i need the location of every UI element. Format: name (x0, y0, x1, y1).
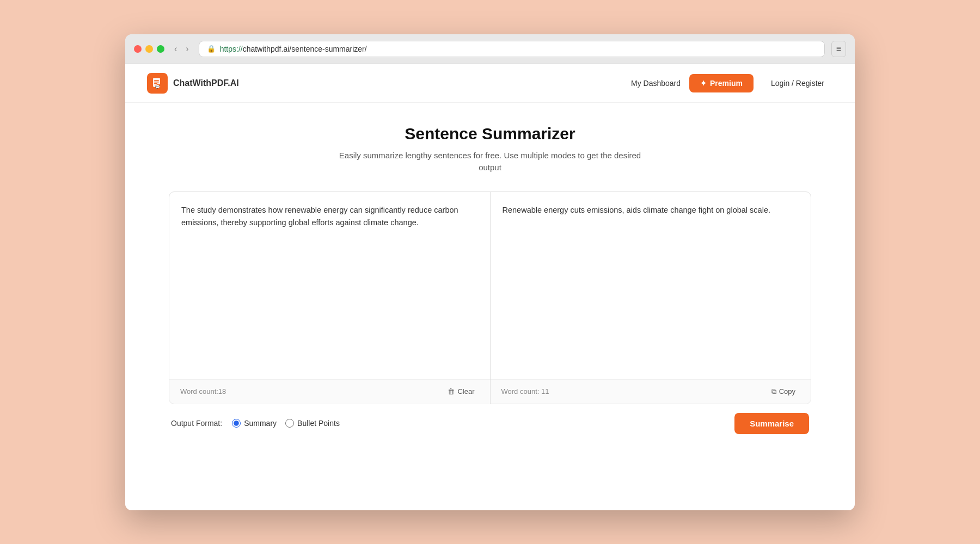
premium-button[interactable]: ✦ Premium (689, 74, 754, 92)
login-button[interactable]: Login / Register (762, 74, 833, 92)
summarise-button[interactable]: Summarise (734, 413, 809, 434)
logo-area: 💬 ChatWithPDF.AI (147, 73, 239, 94)
format-options: Summary Bullet Points (232, 419, 340, 428)
page-content: 💬 ChatWithPDF.AI My Dashboard ✦ Premium … (125, 64, 855, 510)
minimize-button[interactable] (145, 45, 153, 53)
output-panel: Renewable energy cuts emissions, aids cl… (491, 192, 811, 379)
lock-icon: 🔒 (207, 45, 216, 53)
page-title: Sentence Summarizer (169, 125, 811, 143)
summary-option[interactable]: Summary (232, 419, 277, 428)
output-text: Renewable energy cuts emissions, aids cl… (491, 192, 811, 377)
copy-icon: ⧉ (771, 387, 776, 396)
clear-icon: 🗑 (448, 387, 455, 395)
input-textarea[interactable]: The study demonstrates how renewable ene… (169, 192, 490, 377)
svg-rect-2 (154, 82, 159, 83)
panel-divider-footer: Word count:18 🗑 Clear Word count: 11 ⧉ (169, 379, 811, 404)
bottom-bar: Output Format: Summary Bullet Points Sum… (169, 404, 811, 436)
copy-button[interactable]: ⧉ Copy (767, 385, 800, 398)
output-footer: Word count: 11 ⧉ Copy (491, 379, 811, 404)
output-panel-footer: Word count: 11 ⧉ Copy (491, 379, 811, 404)
browser-window: ‹ › 🔒 https://chatwithpdf.ai/sentence-su… (125, 34, 855, 510)
nav-buttons: ‹ › (171, 43, 192, 55)
input-footer: Word count:18 🗑 Clear (169, 379, 490, 403)
back-button[interactable]: ‹ (171, 43, 180, 55)
url-display: https://chatwithpdf.ai/sentence-summariz… (220, 45, 367, 53)
premium-star-icon: ✦ (700, 79, 707, 88)
close-button[interactable] (134, 45, 142, 53)
clear-button[interactable]: 🗑 Clear (443, 385, 479, 398)
address-bar[interactable]: 🔒 https://chatwithpdf.ai/sentence-summar… (199, 41, 825, 57)
forward-button[interactable]: › (182, 43, 192, 55)
bullet-radio[interactable] (285, 419, 294, 428)
summary-label: Summary (244, 419, 277, 428)
browser-menu-button[interactable]: ≡ (831, 41, 846, 57)
traffic-lights (134, 45, 164, 53)
bullet-label: Bullet Points (297, 419, 340, 428)
maximize-button[interactable] (157, 45, 164, 53)
browser-chrome: ‹ › 🔒 https://chatwithpdf.ai/sentence-su… (125, 34, 855, 64)
logo-icon: 💬 (147, 73, 168, 94)
input-panel-footer: Word count:18 🗑 Clear (169, 379, 491, 404)
dashboard-link[interactable]: My Dashboard (631, 79, 681, 88)
nav-right: My Dashboard ✦ Premium Login / Register (631, 74, 833, 92)
input-panel: The study demonstrates how renewable ene… (169, 192, 491, 379)
summary-radio[interactable] (232, 419, 241, 428)
main-content: Sentence Summarizer Easily summarize len… (125, 103, 855, 458)
editor-container: The study demonstrates how renewable ene… (169, 191, 811, 404)
svg-rect-1 (154, 80, 159, 81)
svg-rect-3 (154, 83, 157, 84)
page-subtitle: Easily summarize lengthy sentences for f… (169, 150, 811, 174)
editor-panels: The study demonstrates how renewable ene… (169, 192, 811, 379)
site-header: 💬 ChatWithPDF.AI My Dashboard ✦ Premium … (125, 64, 855, 103)
output-format-label: Output Format: (171, 419, 222, 428)
output-word-count: Word count: 11 (501, 387, 549, 395)
output-format-section: Output Format: Summary Bullet Points (171, 419, 340, 428)
logo-text: ChatWithPDF.AI (173, 78, 239, 88)
bullet-option[interactable]: Bullet Points (285, 419, 340, 428)
svg-text:💬: 💬 (155, 84, 160, 89)
input-word-count: Word count:18 (180, 387, 226, 395)
